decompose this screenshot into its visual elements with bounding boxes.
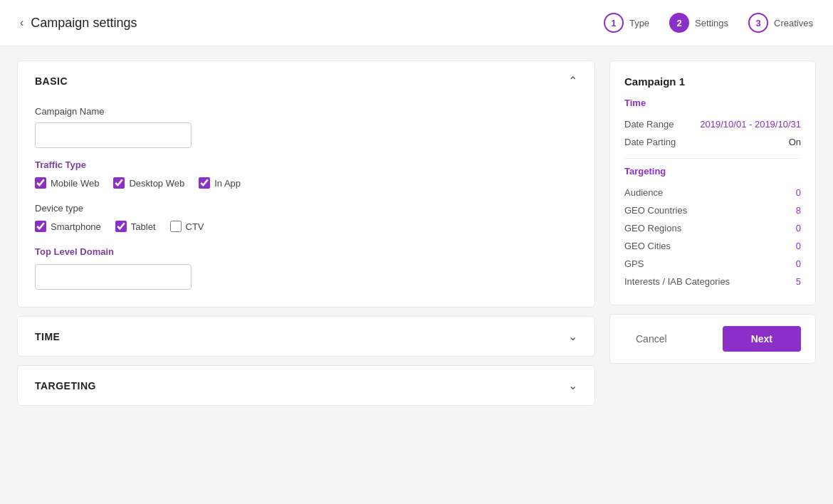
summary-geo-countries-value: 8 [796, 205, 801, 216]
basic-section-body: Campaign Name Traffic Type Mobile Web De… [18, 100, 594, 307]
page-title: Campaign settings [31, 16, 137, 31]
smartphone-checkbox[interactable] [35, 221, 46, 232]
summary-targeting-title: Targeting [624, 166, 801, 177]
content-area: BASIC ⌃ Campaign Name Traffic Type Mobil… [17, 61, 595, 406]
summary-geo-cities-value: 0 [796, 241, 801, 251]
tablet-checkbox[interactable] [115, 221, 127, 232]
actions-card: Cancel Next [609, 314, 816, 364]
summary-geo-cities-row: GEO Cities 0 [624, 237, 801, 255]
device-type-label: Device type [35, 203, 577, 214]
top-level-domain-input[interactable] [35, 264, 192, 290]
traffic-type-label: Traffic Type [35, 159, 577, 170]
mobile-web-label: Mobile Web [51, 178, 99, 189]
targeting-chevron-icon: ⌄ [568, 379, 577, 392]
step-type[interactable]: 1 Type [604, 13, 649, 33]
summary-date-range-row: Date Range 2019/10/01 - 2019/10/31 [624, 115, 801, 133]
summary-geo-countries-label: GEO Countries [624, 205, 687, 216]
traffic-desktop-web[interactable]: Desktop Web [113, 177, 184, 189]
targeting-section-title: TARGETING [35, 380, 96, 392]
smartphone-label: Smartphone [51, 221, 101, 232]
summary-geo-countries-row: GEO Countries 8 [624, 201, 801, 219]
cancel-button[interactable]: Cancel [624, 327, 679, 350]
steps-nav: 1 Type 2 Settings 3 Creatives [604, 13, 813, 33]
summary-gps-row: GPS 0 [624, 255, 801, 273]
summary-divider [624, 158, 801, 159]
summary-iab-label: Interests / IAB Categories [624, 276, 730, 287]
summary-time-title: Time [624, 98, 801, 108]
back-button[interactable]: ‹ Campaign settings [20, 16, 137, 31]
summary-audience-row: Audience 0 [624, 184, 801, 201]
device-smartphone[interactable]: Smartphone [35, 221, 101, 232]
tablet-label: Tablet [131, 221, 156, 232]
device-type-group: Smartphone Tablet CTV [35, 221, 577, 232]
summary-gps-label: GPS [624, 258, 644, 269]
basic-chevron-icon: ⌃ [568, 74, 577, 88]
summary-date-parting-row: Date Parting On [624, 133, 801, 151]
summary-geo-regions-label: GEO Regions [624, 223, 681, 233]
summary-iab-row: Interests / IAB Categories 5 [624, 273, 801, 290]
step-type-circle: 1 [604, 13, 624, 33]
summary-date-range-label: Date Range [624, 119, 674, 130]
summary-campaign-name: Campaign 1 [624, 75, 801, 88]
mobile-web-checkbox[interactable] [35, 177, 46, 189]
main-layout: BASIC ⌃ Campaign Name Traffic Type Mobil… [0, 46, 833, 420]
step-creatives[interactable]: 3 Creatives [748, 13, 813, 33]
time-section-title: TIME [35, 331, 60, 342]
step-settings[interactable]: 2 Settings [669, 13, 728, 33]
basic-section-header[interactable]: BASIC ⌃ [18, 61, 594, 100]
summary-geo-cities-label: GEO Cities [624, 241, 671, 251]
device-tablet[interactable]: Tablet [115, 221, 156, 232]
traffic-type-group: Mobile Web Desktop Web In App [35, 177, 577, 189]
campaign-name-label: Campaign Name [35, 106, 577, 117]
step-settings-label: Settings [695, 18, 728, 28]
in-app-checkbox[interactable] [199, 177, 210, 189]
summary-card: Campaign 1 Time Date Range 2019/10/01 - … [609, 61, 816, 305]
time-section-header[interactable]: TIME ⌄ [18, 317, 594, 356]
traffic-mobile-web[interactable]: Mobile Web [35, 177, 99, 189]
targeting-section-card: TARGETING ⌄ [17, 365, 595, 406]
sidebar: Campaign 1 Time Date Range 2019/10/01 - … [609, 61, 816, 406]
step-settings-circle: 2 [669, 13, 689, 33]
summary-audience-value: 0 [796, 187, 801, 198]
summary-date-parting-label: Date Parting [624, 137, 676, 147]
back-icon: ‹ [20, 16, 23, 29]
basic-section-title: BASIC [35, 75, 68, 87]
summary-geo-regions-value: 0 [796, 223, 801, 233]
summary-iab-value: 5 [796, 276, 801, 287]
targeting-section-header[interactable]: TARGETING ⌄ [18, 366, 594, 405]
device-ctv[interactable]: CTV [170, 221, 204, 232]
next-button[interactable]: Next [723, 326, 801, 352]
ctv-checkbox[interactable] [170, 221, 182, 232]
desktop-web-checkbox[interactable] [113, 177, 125, 189]
desktop-web-label: Desktop Web [129, 178, 184, 189]
time-chevron-icon: ⌄ [568, 330, 577, 343]
basic-section-card: BASIC ⌃ Campaign Name Traffic Type Mobil… [17, 61, 595, 308]
campaign-name-input[interactable] [35, 122, 192, 148]
traffic-in-app[interactable]: In App [199, 177, 241, 189]
step-creatives-circle: 3 [748, 13, 768, 33]
summary-date-range-value: 2019/10/01 - 2019/10/31 [700, 119, 801, 130]
summary-gps-value: 0 [796, 258, 801, 269]
time-section-card: TIME ⌄ [17, 316, 595, 357]
step-type-label: Type [629, 18, 649, 28]
summary-geo-regions-row: GEO Regions 0 [624, 219, 801, 237]
in-app-label: In App [214, 178, 241, 189]
top-level-domain-label: Top Level Domain [35, 246, 577, 257]
summary-date-parting-value: On [789, 137, 801, 147]
step-creatives-label: Creatives [774, 18, 813, 28]
ctv-label: CTV [186, 221, 204, 232]
header: ‹ Campaign settings 1 Type 2 Settings 3 … [0, 0, 833, 46]
summary-audience-label: Audience [624, 187, 663, 198]
